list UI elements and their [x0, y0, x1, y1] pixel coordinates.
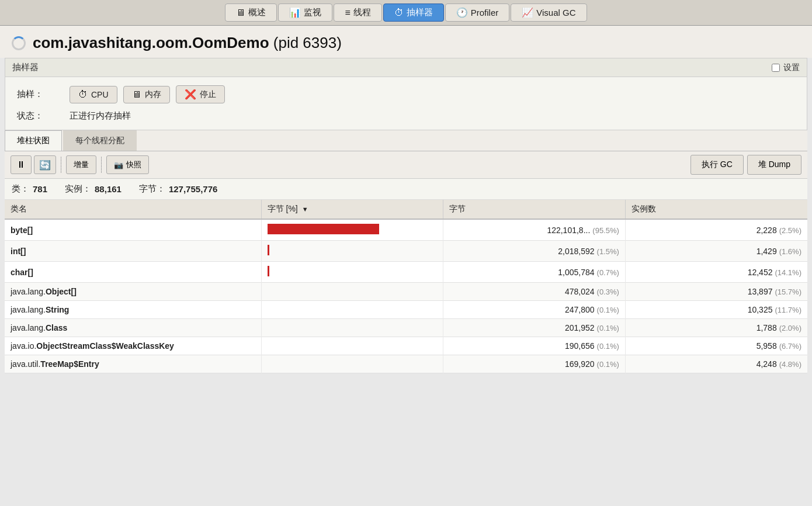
threads-icon: ≡ — [345, 8, 350, 18]
table-row[interactable]: java.util.TreeMap$Entry169,920(0.1%)4,24… — [5, 355, 807, 373]
summary-instance: 实例： 88,161 — [65, 183, 122, 195]
cell-classname: java.io.ObjectStreamClass$WeakClassKey — [5, 337, 261, 355]
cell-bar — [261, 262, 443, 283]
cell-classname: int[] — [5, 241, 261, 262]
cell-instances: 10,325(11.7%) — [625, 301, 807, 319]
cpu-icon: ⏱ — [78, 89, 88, 100]
sampler-section-title: 抽样器 — [12, 62, 39, 73]
cell-bar — [261, 319, 443, 337]
sampling-row: 抽样： ⏱ CPU 🖥 内存 ❌ 停止 — [17, 85, 795, 103]
cell-instances: 2,228(2.5%) — [625, 219, 807, 241]
toolbar-divider — [61, 157, 61, 173]
cell-bytes: 247,800(0.1%) — [443, 301, 626, 319]
pause-button[interactable]: ⏸ — [11, 155, 32, 174]
loading-spinner — [12, 36, 26, 50]
cell-bytes: 190,656(0.1%) — [443, 337, 626, 355]
visualgc-icon: 📈 — [522, 7, 533, 18]
stop-button[interactable]: ❌ 停止 — [176, 85, 225, 103]
cell-bar — [261, 355, 443, 373]
cpu-button[interactable]: ⏱ CPU — [70, 86, 117, 103]
cell-bar — [261, 283, 443, 301]
table-row[interactable]: byte[]122,101,8...(95.5%)2,228(2.5%) — [5, 219, 807, 241]
instance-value: 88,161 — [95, 184, 122, 194]
snapshot-icon: 📷 — [114, 161, 123, 169]
col-header-instances[interactable]: 实例数 — [625, 200, 807, 219]
cell-classname: java.lang.Object[] — [5, 283, 261, 301]
title-area: com.javashitang.oom.OomDemo (pid 6393) — [0, 26, 812, 58]
sampler-icon: ⏱ — [394, 8, 404, 18]
col-header-bytes[interactable]: 字节 — [443, 200, 626, 219]
subtab-perthread[interactable]: 每个线程分配 — [63, 130, 137, 151]
cell-classname: char[] — [5, 262, 261, 283]
cell-bytes: 122,101,8...(95.5%) — [443, 219, 626, 241]
table-row[interactable]: java.lang.Object[]478,024(0.3%)13,897(15… — [5, 283, 807, 301]
memory-icon: 🖥 — [132, 89, 141, 100]
snapshot-button[interactable]: 📷 快照 — [106, 155, 149, 174]
cell-instances: 1,429(1.6%) — [625, 241, 807, 262]
cell-instances: 5,958(6.7%) — [625, 337, 807, 355]
cell-bytes: 478,024(0.3%) — [443, 283, 626, 301]
memory-button[interactable]: 🖥 内存 — [123, 86, 170, 103]
table-row[interactable]: java.lang.Class201,952(0.1%)1,788(2.0%) — [5, 319, 807, 337]
cell-bar — [261, 337, 443, 355]
refresh-icon: 🔄 — [39, 160, 51, 171]
tab-overview[interactable]: 🖥 概述 — [225, 4, 277, 22]
data-table-wrapper: 类名 字节 [%] ▼ 字节 实例数 byte[]122,101,8...(95… — [5, 200, 807, 373]
toolbar-right: 执行 GC 堆 Dump — [690, 155, 801, 175]
summary-bytes: 字节： 127,755,776 — [139, 183, 217, 195]
tab-threads[interactable]: ≡ 线程 — [334, 4, 381, 22]
tab-monitor[interactable]: 📊 监视 — [278, 4, 332, 22]
summary-class: 类： 781 — [12, 183, 47, 195]
sort-icon: ▼ — [302, 206, 308, 213]
cell-classname: java.util.TreeMap$Entry — [5, 355, 261, 373]
toolbar: ⏸ 🔄 增量 📷 快照 执行 GC 堆 Dump — [5, 151, 807, 179]
exec-gc-button[interactable]: 执行 GC — [690, 155, 744, 175]
cell-instances: 4,248(4.8%) — [625, 355, 807, 373]
table-row[interactable]: java.io.ObjectStreamClass$WeakClassKey19… — [5, 337, 807, 355]
status-row: 状态： 正进行内存抽样 — [17, 110, 795, 122]
subtab-heap[interactable]: 堆柱状图 — [5, 130, 62, 151]
bytes-label: 字节： — [139, 183, 165, 195]
tab-bar: 🖥 概述 📊 监视 ≡ 线程 ⏱ 抽样器 🕐 Profiler 📈 Visual… — [0, 0, 812, 26]
cell-bytes: 201,952(0.1%) — [443, 319, 626, 337]
sampling-label: 抽样： — [17, 89, 64, 100]
sampler-header: 抽样器 设置 — [5, 58, 807, 77]
toolbar-left: ⏸ 🔄 增量 📷 快照 — [11, 155, 149, 174]
summary-row: 类： 781 实例： 88,161 字节： 127,755,776 — [5, 179, 807, 200]
pause-icon: ⏸ — [16, 160, 26, 170]
cell-classname: byte[] — [5, 219, 261, 241]
cell-bar — [261, 241, 443, 262]
cell-bar — [261, 301, 443, 319]
toolbar-divider2 — [101, 157, 102, 173]
class-label: 类： — [12, 183, 29, 195]
sampler-controls: 抽样： ⏱ CPU 🖥 内存 ❌ 停止 状态： 正进行内存抽样 — [5, 77, 807, 130]
col-header-bytes-pct[interactable]: 字节 [%] ▼ — [261, 200, 443, 219]
tab-visualgc[interactable]: 📈 Visual GC — [511, 4, 587, 22]
table-body: byte[]122,101,8...(95.5%)2,228(2.5%)int[… — [5, 219, 807, 373]
tab-sampler[interactable]: ⏱ 抽样器 — [383, 4, 444, 22]
app-title: com.javashitang.oom.OomDemo (pid 6393) — [33, 34, 342, 52]
stop-icon: ❌ — [185, 89, 196, 100]
cell-instances: 13,897(15.7%) — [625, 283, 807, 301]
refresh-button[interactable]: 🔄 — [34, 155, 56, 174]
sampler-section: 抽样器 设置 抽样： ⏱ CPU 🖥 内存 ❌ 停止 状态： 正进行内存抽样 — [5, 58, 807, 130]
profiler-icon: 🕐 — [456, 7, 468, 18]
cell-bytes: 169,920(0.1%) — [443, 355, 626, 373]
delta-button[interactable]: 增量 — [66, 155, 96, 174]
bytes-value: 127,755,776 — [169, 184, 217, 194]
table-row[interactable]: java.lang.String247,800(0.1%)10,325(11.7… — [5, 301, 807, 319]
tab-profiler[interactable]: 🕐 Profiler — [445, 4, 510, 22]
cell-bytes: 1,005,784(0.7%) — [443, 262, 626, 283]
settings-checkbox[interactable] — [772, 64, 780, 72]
sub-tabs: 堆柱状图 每个线程分配 — [5, 130, 807, 151]
cell-instances: 1,788(2.0%) — [625, 319, 807, 337]
col-header-classname[interactable]: 类名 — [5, 200, 261, 219]
cell-classname: java.lang.Class — [5, 319, 261, 337]
overview-icon: 🖥 — [236, 8, 245, 18]
table-row[interactable]: int[]2,018,592(1.5%)1,429(1.6%) — [5, 241, 807, 262]
instance-label: 实例： — [65, 183, 91, 195]
table-row[interactable]: char[]1,005,784(0.7%)12,452(14.1%) — [5, 262, 807, 283]
heap-table: 类名 字节 [%] ▼ 字节 实例数 byte[]122,101,8...(95… — [5, 200, 807, 373]
cell-bytes: 2,018,592(1.5%) — [443, 241, 626, 262]
heap-dump-button[interactable]: 堆 Dump — [747, 155, 801, 175]
